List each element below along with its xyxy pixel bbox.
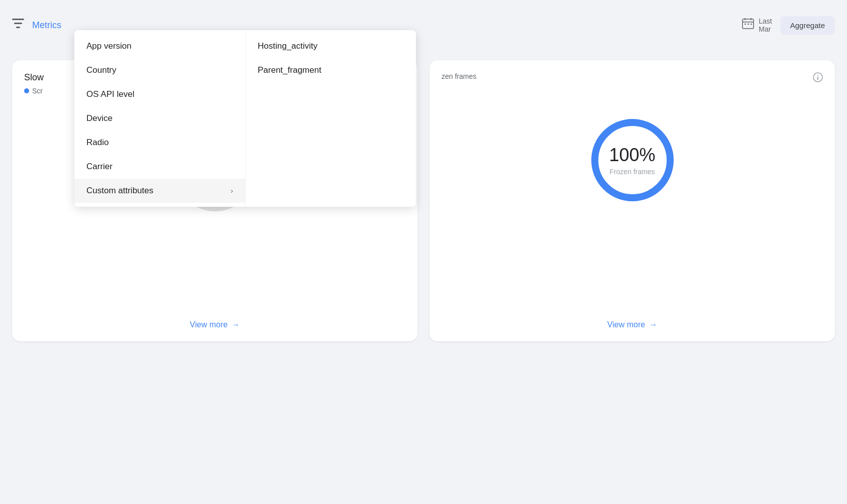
date-last-label: Last	[759, 17, 772, 25]
card-header-2: zen frames	[442, 72, 823, 85]
top-right: Last Mar Aggregate	[742, 16, 835, 35]
svg-rect-2	[16, 27, 20, 28]
arrow-right-icon-2: →	[649, 320, 657, 329]
svg-point-12	[817, 75, 818, 76]
dropdown-menu: App version Country OS API level Device …	[74, 30, 416, 207]
svg-rect-6	[743, 22, 754, 23]
svg-rect-8	[748, 24, 749, 25]
menu-item-app-version[interactable]: App version	[74, 34, 245, 58]
card-subtitle-2: zen frames	[442, 72, 476, 80]
subtitle-text-2: zen frames	[442, 72, 476, 80]
menu-item-country[interactable]: Country	[74, 58, 245, 82]
view-more-2[interactable]: View more →	[430, 320, 835, 329]
calendar-area: Last Mar	[742, 17, 772, 33]
donut-container-2: 100% Frozen frames	[582, 110, 683, 210]
dropdown-right-panel: Hosting_activity Parent_fragment	[245, 30, 416, 207]
menu-item-carrier[interactable]: Carrier	[74, 155, 245, 179]
calendar-icon	[742, 17, 755, 33]
metrics-label: Metrics	[32, 20, 61, 31]
view-more-1[interactable]: View more →	[12, 320, 417, 329]
chevron-right-icon: ›	[231, 187, 233, 195]
svg-rect-7	[745, 24, 746, 25]
svg-rect-5	[751, 18, 752, 20]
menu-item-parent-fragment[interactable]: Parent_fragment	[246, 58, 416, 82]
date-mar-label: Mar	[759, 25, 772, 33]
menu-item-os-api-level[interactable]: OS API level	[74, 82, 245, 106]
dropdown-left-panel: App version Country OS API level Device …	[74, 30, 245, 207]
svg-rect-9	[751, 24, 752, 25]
menu-item-device[interactable]: Device	[74, 106, 245, 131]
donut-label-2: Frozen frames	[609, 168, 655, 176]
svg-rect-4	[745, 18, 746, 20]
filter-area: Metrics	[12, 19, 61, 32]
filter-icon[interactable]	[12, 19, 24, 32]
svg-rect-1	[14, 23, 22, 24]
frozen-frames-card: zen frames	[430, 60, 835, 341]
donut-area-2: 100% Frozen frames	[442, 95, 823, 225]
info-icon-2	[813, 72, 823, 85]
donut-center-2: 100% Frozen frames	[609, 145, 655, 176]
card-subtitle-1: Scr	[24, 87, 44, 95]
svg-rect-13	[817, 77, 818, 80]
menu-item-hosting-activity[interactable]: Hosting_activity	[246, 34, 416, 58]
donut-percent-2: 100%	[609, 145, 655, 166]
menu-item-radio[interactable]: Radio	[74, 131, 245, 155]
card-title-1: Slow	[24, 72, 44, 83]
dot-1	[24, 88, 29, 93]
aggregate-button[interactable]: Aggregate	[780, 16, 835, 35]
arrow-right-icon-1: →	[232, 320, 240, 329]
svg-rect-0	[12, 19, 24, 20]
menu-item-custom-attributes[interactable]: Custom attributes ›	[74, 179, 245, 203]
subtitle-text-1: Scr	[32, 87, 43, 95]
